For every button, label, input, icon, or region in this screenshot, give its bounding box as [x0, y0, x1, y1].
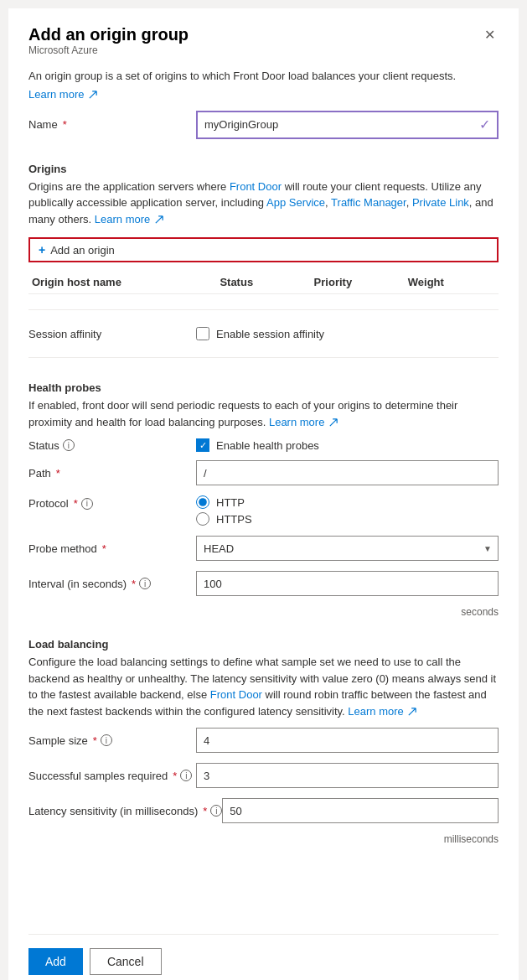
protocol-http-row: HTTP: [196, 495, 252, 509]
lb-desc-text: Configure the load balancing settings to…: [28, 656, 496, 718]
interval-required: *: [132, 578, 136, 590]
probe-method-required: *: [102, 542, 106, 555]
col-status: Status: [216, 274, 310, 290]
intro-description: An origin group is a set of origins to w…: [28, 68, 499, 85]
protocol-label: Protocol * i: [28, 495, 196, 510]
health-probes-external-link-icon: [329, 418, 338, 427]
health-status-checkbox-row: ✓ Enable health probes: [196, 438, 319, 452]
close-button[interactable]: ✕: [481, 25, 499, 45]
load-balancing-section: Load balancing Configure the load balanc…: [28, 638, 499, 852]
session-affinity-label: Session affinity: [28, 328, 196, 340]
interval-label: Interval (in seconds) * i: [28, 578, 196, 590]
probe-method-field-row: Probe method * HEAD GET ▼: [28, 536, 499, 561]
panel-header: Add an origin group Microsoft Azure ✕: [28, 25, 499, 66]
name-field-row: Name * ✓: [28, 111, 499, 139]
origins-table-header: Origin host name Status Priority Weight: [28, 271, 499, 294]
latency-info-icon[interactable]: i: [210, 805, 222, 817]
intro-learn-more-link[interactable]: Learn more: [28, 88, 97, 101]
lb-external-link-icon: [408, 708, 416, 716]
name-required: *: [63, 118, 67, 131]
subtitle-text: Microsoft Azure: [28, 44, 189, 56]
add-button[interactable]: Add: [28, 948, 83, 975]
sample-size-field-row: Sample size * i: [28, 728, 499, 753]
health-status-row: Status i ✓ Enable health probes: [28, 438, 499, 452]
col-weight: Weight: [405, 274, 499, 290]
path-input[interactable]: [196, 460, 499, 485]
latency-required: *: [203, 805, 207, 817]
protocol-https-radio[interactable]: [196, 512, 209, 526]
protocol-radio-group: HTTP HTTPS: [196, 495, 252, 526]
protocol-info-icon[interactable]: i: [81, 498, 93, 510]
panel-title: Add an origin group Microsoft Azure: [28, 25, 189, 66]
protocol-https-row: HTTPS: [196, 512, 252, 526]
latency-unit: milliseconds: [28, 833, 499, 845]
sample-size-info-icon[interactable]: i: [101, 734, 112, 746]
col-host-name: Origin host name: [28, 274, 216, 290]
sample-size-input[interactable]: [196, 728, 499, 753]
health-probes-learn-more-link[interactable]: Learn more: [269, 416, 338, 428]
successful-samples-required: *: [173, 770, 177, 782]
plus-icon: +: [39, 243, 45, 257]
name-label: Name *: [28, 118, 196, 131]
name-input[interactable]: [198, 112, 479, 137]
intro-text: An origin group is a set of origins to w…: [28, 70, 456, 82]
divider-1: [28, 309, 499, 310]
path-label: Path *: [28, 467, 196, 480]
health-enable-checkbox[interactable]: ✓: [196, 438, 209, 452]
probe-method-select-wrapper: HEAD GET ▼: [196, 536, 499, 561]
successful-samples-label: Successful samples required * i: [28, 770, 196, 782]
protocol-required: *: [74, 497, 78, 510]
title-text: Add an origin group: [28, 25, 189, 44]
add-origin-label: Add an origin: [50, 244, 115, 257]
probe-method-label: Probe method *: [28, 542, 196, 555]
add-origin-button[interactable]: + Add an origin: [28, 237, 499, 262]
panel: Add an origin group Microsoft Azure ✕ An…: [8, 8, 519, 980]
origins-section: Origins Origins are the application serv…: [28, 163, 499, 231]
probe-method-select[interactable]: HEAD GET: [196, 536, 499, 561]
lb-learn-more-link[interactable]: Learn more: [348, 705, 416, 718]
latency-label: Latency sensitivity (in milliseconds) * …: [28, 805, 222, 817]
health-probes-title: Health probes: [28, 381, 499, 394]
interval-field-row: Interval (in seconds) * i: [28, 571, 499, 596]
load-balancing-description: Configure the load balancing settings to…: [28, 654, 499, 719]
protocol-https-label: HTTPS: [216, 513, 252, 526]
path-required: *: [56, 467, 60, 480]
footer: Add Cancel: [28, 934, 499, 980]
interval-unit: seconds: [28, 606, 499, 618]
external-link-icon: [89, 91, 97, 99]
col-priority: Priority: [311, 274, 405, 290]
latency-input[interactable]: [222, 798, 499, 823]
interval-info-icon[interactable]: i: [139, 578, 151, 589]
sample-size-required: *: [93, 734, 97, 747]
session-affinity-checkbox[interactable]: [196, 327, 209, 340]
load-balancing-title: Load balancing: [28, 638, 499, 651]
protocol-field-row: Protocol * i HTTP HTTPS: [28, 495, 499, 526]
origins-external-link-icon: [155, 215, 163, 224]
health-status-label: Status i: [28, 439, 196, 452]
health-probes-text: If enabled, front door will send periodi…: [28, 399, 457, 428]
health-probes-section: Health probes If enabled, front door wil…: [28, 381, 499, 625]
name-input-wrapper: ✓: [196, 111, 499, 139]
protocol-http-label: HTTP: [216, 496, 245, 509]
health-status-info-icon[interactable]: i: [63, 439, 75, 451]
session-affinity-row: Session affinity Enable session affinity: [28, 327, 499, 340]
divider-2: [28, 357, 499, 358]
sample-size-label: Sample size * i: [28, 734, 196, 747]
health-enable-label: Enable health probes: [216, 439, 319, 452]
successful-samples-field-row: Successful samples required * i: [28, 763, 499, 788]
session-affinity-checkbox-label: Enable session affinity: [216, 328, 324, 340]
origins-description: Origins are the application servers wher…: [28, 179, 499, 228]
latency-field-row: Latency sensitivity (in milliseconds) * …: [28, 798, 499, 823]
origins-title: Origins: [28, 163, 499, 175]
session-affinity-checkbox-row: Enable session affinity: [196, 327, 324, 340]
successful-samples-input[interactable]: [196, 763, 499, 788]
cancel-button[interactable]: Cancel: [90, 948, 162, 975]
origins-learn-more-link[interactable]: Learn more: [95, 213, 163, 226]
interval-input[interactable]: [196, 571, 499, 596]
health-probes-description: If enabled, front door will send periodi…: [28, 397, 499, 430]
protocol-http-radio[interactable]: [196, 495, 209, 509]
path-field-row: Path *: [28, 460, 499, 485]
name-check-icon: ✓: [479, 117, 497, 132]
successful-samples-info-icon[interactable]: i: [180, 770, 192, 781]
